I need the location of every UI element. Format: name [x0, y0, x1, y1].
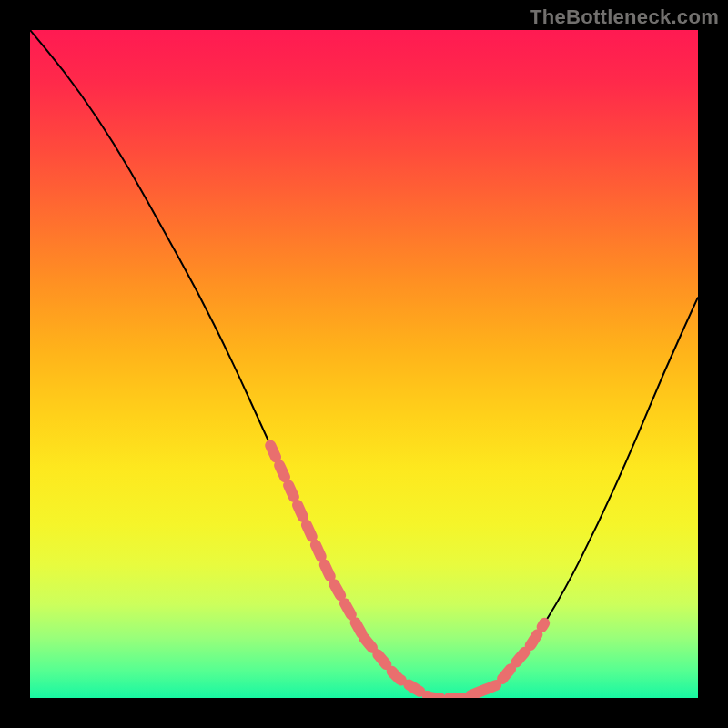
watermark-text: TheBottleneck.com [530, 5, 719, 29]
highlight-right-ascent [484, 623, 544, 690]
chart-svg [30, 30, 698, 698]
chart-frame: TheBottleneck.com [0, 0, 728, 728]
highlight-trough [364, 638, 484, 698]
bottleneck-curve [30, 30, 698, 698]
highlight-left-descent [270, 446, 364, 638]
plot-area [30, 30, 698, 698]
